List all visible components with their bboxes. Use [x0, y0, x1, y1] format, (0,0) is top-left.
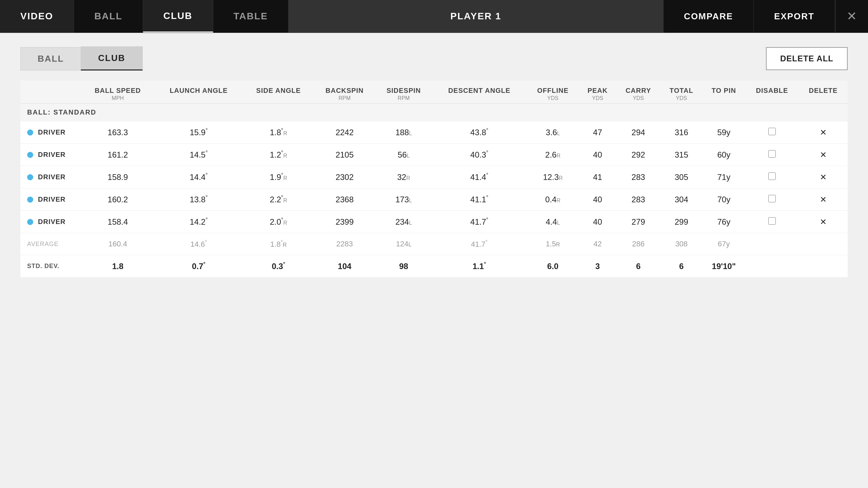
blue-dot-icon — [27, 152, 33, 158]
std-disable-cell — [745, 255, 799, 278]
row-5-side-angle: 2.0°R — [243, 211, 314, 233]
row-2-ball-speed: 161.2 — [81, 144, 154, 166]
row-5-ball-speed: 158.4 — [81, 211, 154, 233]
std-total: 6 — [660, 255, 702, 278]
row-3-sidespin: 32R — [375, 166, 432, 188]
row-5-delete[interactable]: ✕ — [799, 211, 848, 233]
table-row: DRIVER 160.2 13.8° 2.2°R 2368 173L 41.1°… — [20, 188, 848, 211]
row-4-side-angle: 2.2°R — [243, 188, 314, 211]
main-content: BALL CLUB DELETE ALL BALL SPEED MPH LAUN… — [0, 33, 868, 488]
nav-player1[interactable]: PLAYER 1 — [289, 0, 664, 33]
nav-table[interactable]: TABLE — [213, 0, 289, 33]
std-side-angle: 0.3° — [243, 255, 314, 278]
nav-compare[interactable]: COMPARE — [664, 0, 754, 33]
avg-delete-cell — [799, 233, 848, 255]
row-4-carry: 283 — [616, 188, 660, 211]
row-2-total: 315 — [660, 144, 702, 166]
row-4-sidespin: 173L — [375, 188, 432, 211]
avg-offline: 1.5R — [527, 233, 579, 255]
col-header-offline: OFFLINE YDS — [527, 81, 579, 104]
std-dev-row: STD. DEV. 1.8 0.7° 0.3° 104 98 1.1° 6.0 … — [20, 255, 848, 278]
row-1-peak: 47 — [579, 121, 616, 144]
row-2-disable-checkbox[interactable] — [768, 150, 776, 158]
row-1-disable[interactable] — [745, 121, 799, 144]
row-3-delete[interactable]: ✕ — [799, 166, 848, 188]
avg-carry: 286 — [616, 233, 660, 255]
row-2-delete[interactable]: ✕ — [799, 144, 848, 166]
row-5-offline: 4.4L — [527, 211, 579, 233]
col-header-ball-speed: BALL SPEED MPH — [81, 81, 154, 104]
col-header-backspin: BACKSPIN RPM — [314, 81, 375, 104]
nav-close-button[interactable]: ✕ — [835, 0, 868, 33]
row-4-disable[interactable] — [745, 188, 799, 211]
row-5-descent-angle: 41.7° — [432, 211, 527, 233]
row-2-to-pin: 60y — [702, 144, 745, 166]
row-1-descent-angle: 43.8° — [432, 121, 527, 144]
std-launch-angle: 0.7° — [154, 255, 243, 278]
tab-ball[interactable]: BALL — [20, 47, 81, 70]
row-5-disable[interactable] — [745, 211, 799, 233]
std-carry: 6 — [616, 255, 660, 278]
std-descent-angle: 1.1° — [432, 255, 527, 278]
col-header-descent-angle: DESCENT ANGLE — [432, 81, 527, 104]
row-1-carry: 294 — [616, 121, 660, 144]
row-4-peak: 40 — [579, 188, 616, 211]
row-4-descent-angle: 41.1° — [432, 188, 527, 211]
row-3-to-pin: 71y — [702, 166, 745, 188]
row-3-club: DRIVER — [20, 166, 81, 188]
row-1-delete[interactable]: ✕ — [799, 121, 848, 144]
tab-club[interactable]: CLUB — [81, 46, 142, 70]
row-5-carry: 279 — [616, 211, 660, 233]
std-peak: 3 — [579, 255, 616, 278]
avg-side-angle: 1.8°R — [243, 233, 314, 255]
nav-ball[interactable]: BALL — [74, 0, 143, 33]
col-header-launch-angle: LAUNCH ANGLE — [154, 81, 243, 104]
nav-club[interactable]: CLUB — [143, 0, 213, 33]
row-4-disable-checkbox[interactable] — [768, 195, 776, 202]
col-header-peak: PEAK YDS — [579, 81, 616, 104]
section-header-row: BALL: STANDARD — [20, 104, 848, 121]
tabs-container: BALL CLUB — [20, 46, 143, 70]
col-header-sidespin: SIDESPIN RPM — [375, 81, 432, 104]
table-row: DRIVER 158.4 14.2° 2.0°R 2399 234L 41.7°… — [20, 211, 848, 233]
row-2-descent-angle: 40.3° — [432, 144, 527, 166]
std-label: STD. DEV. — [20, 255, 81, 278]
row-1-disable-checkbox[interactable] — [768, 128, 776, 135]
avg-sidespin: 124L — [375, 233, 432, 255]
row-3-disable-checkbox[interactable] — [768, 172, 776, 180]
row-1-launch-angle: 15.9° — [154, 121, 243, 144]
avg-peak: 42 — [579, 233, 616, 255]
row-2-carry: 292 — [616, 144, 660, 166]
col-header-to-pin: TO PIN — [702, 81, 745, 104]
blue-dot-icon — [27, 129, 33, 136]
nav-video[interactable]: VIDEO — [0, 0, 74, 33]
row-2-offline: 2.6R — [527, 144, 579, 166]
avg-label: AVERAGE — [20, 233, 81, 255]
avg-to-pin: 67y — [702, 233, 745, 255]
row-2-sidespin: 56L — [375, 144, 432, 166]
delete-all-button[interactable]: DELETE ALL — [766, 47, 848, 70]
row-4-launch-angle: 13.8° — [154, 188, 243, 211]
row-5-peak: 40 — [579, 211, 616, 233]
std-ball-speed: 1.8 — [81, 255, 154, 278]
nav-export[interactable]: EXPORT — [754, 0, 835, 33]
row-4-delete[interactable]: ✕ — [799, 188, 848, 211]
row-3-disable[interactable] — [745, 166, 799, 188]
row-2-disable[interactable] — [745, 144, 799, 166]
row-1-club: DRIVER — [20, 121, 81, 144]
row-3-ball-speed: 158.9 — [81, 166, 154, 188]
row-3-launch-angle: 14.4° — [154, 166, 243, 188]
top-nav: VIDEO BALL CLUB TABLE PLAYER 1 COMPARE E… — [0, 0, 868, 33]
avg-launch-angle: 14.6° — [154, 233, 243, 255]
col-header-total: TOTAL YDS — [660, 81, 702, 104]
row-3-offline: 12.3R — [527, 166, 579, 188]
row-5-backspin: 2399 — [314, 211, 375, 233]
blue-dot-icon — [27, 174, 33, 180]
row-4-ball-speed: 160.2 — [81, 188, 154, 211]
col-header-carry: CARRY YDS — [616, 81, 660, 104]
row-3-descent-angle: 41.4° — [432, 166, 527, 188]
row-5-disable-checkbox[interactable] — [768, 217, 776, 225]
blue-dot-icon — [27, 197, 33, 203]
row-1-to-pin: 59y — [702, 121, 745, 144]
row-3-side-angle: 1.9°R — [243, 166, 314, 188]
